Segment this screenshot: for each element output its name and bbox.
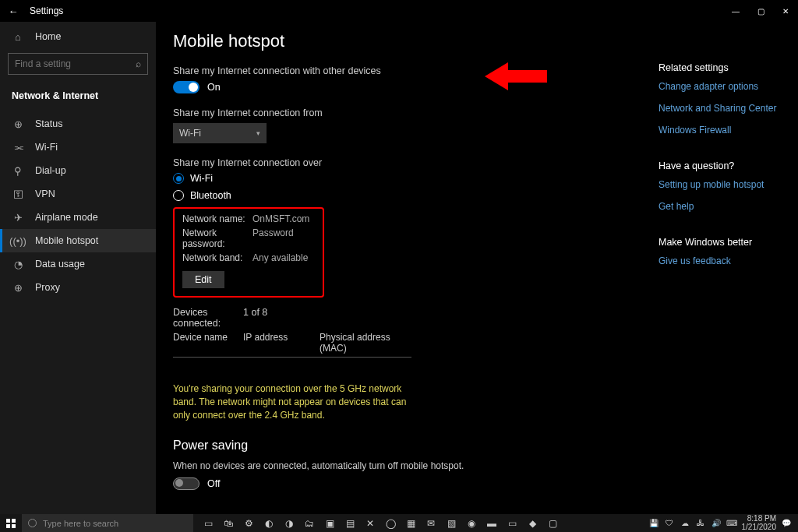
proxy-icon: ⊕ (12, 282, 24, 294)
minimize-button[interactable]: — (723, 0, 748, 22)
col-device: Device name (173, 332, 243, 354)
col-ip: IP address (243, 332, 320, 354)
sidebar-item-wifi[interactable]: ⫘ Wi-Fi (0, 136, 156, 159)
sidebar-home[interactable]: ⌂ Home (0, 25, 156, 48)
vpn-icon: ⚿ (12, 188, 24, 200)
sidebar: ⌂ Home ⌕ Network & Internet ⊕ Status ⫘ W… (0, 22, 156, 514)
wifi-icon: ⫘ (12, 142, 24, 153)
taskbar: Type here to search ▭ 🛍 ⚙ ◐ ◑ 🗂 ▣ ▤ ✕ ◯ … (0, 514, 798, 532)
better-head: Make Windows better (659, 237, 779, 248)
col-mac: Physical address (MAC) (320, 332, 411, 354)
power-saving-state: Off (207, 478, 220, 489)
right-panel: Related settings Change adapter options … (659, 62, 779, 277)
datausage-icon: ◔ (12, 259, 24, 270)
devices-connected-label: Devices connected: (173, 307, 243, 329)
network-band-value: Any available (252, 252, 308, 263)
share-toggle[interactable] (173, 81, 200, 93)
tray-volume-icon[interactable]: 🔊 (711, 519, 722, 527)
app1-icon[interactable]: ▬ (482, 514, 502, 532)
explorer-icon[interactable]: 🗂 (299, 514, 320, 532)
app2-icon[interactable]: ▭ (502, 514, 522, 532)
cmd-icon[interactable]: ▣ (320, 514, 340, 532)
radio-wifi-input[interactable] (173, 173, 184, 184)
status-icon: ⊕ (12, 118, 24, 130)
edit-button[interactable]: Edit (182, 271, 224, 288)
settings-icon[interactable]: ⚙ (238, 514, 259, 532)
devices-table-header: Device name IP address Physical address … (173, 332, 411, 358)
hotspot-icon: ((•)) (12, 235, 24, 247)
svg-marker-0 (485, 62, 547, 90)
link-gethelp[interactable]: Get help (659, 201, 779, 212)
band-warning: You're sharing your connection over the … (173, 382, 416, 421)
store-icon[interactable]: 🛍 (218, 514, 238, 532)
link-sharing[interactable]: Network and Sharing Center (659, 103, 779, 114)
sidebar-item-proxy[interactable]: ⊕ Proxy (0, 276, 156, 299)
svg-rect-2 (12, 519, 16, 523)
window-title: Settings (30, 5, 63, 16)
radio-bt-input[interactable] (173, 190, 184, 201)
dialup-icon: ⚲ (12, 165, 24, 177)
edge-icon[interactable]: ◐ (259, 514, 279, 532)
network-band-label: Network band: (182, 252, 252, 263)
callout-arrow-icon (485, 61, 547, 92)
maximize-button[interactable]: ▢ (748, 0, 773, 22)
sidebar-item-vpn[interactable]: ⚿ VPN (0, 182, 156, 206)
tray-drive-icon[interactable]: 💾 (648, 519, 659, 527)
link-firewall[interactable]: Windows Firewall (659, 125, 779, 136)
android-icon[interactable]: ◉ (461, 514, 482, 532)
network-password-label: Network password: (182, 227, 252, 249)
windows-icon (6, 519, 16, 528)
tray-network-icon[interactable]: 🖧 (695, 519, 706, 527)
search-icon: ⌕ (136, 58, 141, 69)
tray-lang-icon[interactable]: ⌨ (726, 519, 737, 527)
tray-onedrive-icon[interactable]: ☁ (680, 519, 690, 527)
app3-icon[interactable]: ◆ (522, 514, 542, 532)
taskview-icon[interactable]: ▭ (198, 514, 218, 532)
power-saving-desc: When no devices are connected, automatic… (173, 460, 781, 471)
taskbar-search[interactable]: Type here to search (22, 514, 193, 532)
xbox-icon[interactable]: ✕ (360, 514, 380, 532)
cortana-icon[interactable]: ◯ (380, 514, 401, 532)
svg-rect-3 (6, 524, 10, 528)
related-settings-head: Related settings (659, 62, 779, 73)
app4-icon[interactable]: ▢ (542, 514, 563, 532)
sidebar-category: Network & Internet (0, 84, 156, 107)
share-toggle-state: On (207, 82, 221, 93)
start-button[interactable] (0, 514, 22, 532)
sidebar-item-airplane[interactable]: ✈ Airplane mode (0, 206, 156, 229)
calc-icon[interactable]: ▦ (401, 514, 421, 532)
action-center-icon[interactable]: 💬 (781, 519, 792, 527)
devices-connected-value: 1 of 8 (243, 307, 267, 329)
mail-icon[interactable]: ✉ (421, 514, 441, 532)
sidebar-search[interactable]: ⌕ (8, 53, 148, 75)
chevron-down-icon: ▾ (256, 129, 260, 137)
sidebar-item-dialup[interactable]: ⚲ Dial-up (0, 159, 156, 182)
network-password-value: Password (252, 227, 294, 249)
sidebar-home-label: Home (35, 31, 61, 42)
main-content: Mobile hotspot Share my Internet connect… (156, 22, 798, 514)
share-from-select[interactable]: Wi-Fi ▾ (173, 123, 267, 143)
home-icon: ⌂ (12, 31, 24, 43)
svg-rect-1 (6, 519, 10, 523)
page-title: Mobile hotspot (173, 31, 781, 51)
question-head: Have a question? (659, 160, 779, 171)
taskmgr-icon[interactable]: ▧ (441, 514, 461, 532)
power-saving-toggle[interactable] (173, 477, 200, 490)
link-setup-hotspot[interactable]: Setting up mobile hotspot (659, 179, 779, 190)
sidebar-item-datausage[interactable]: ◔ Data usage (0, 252, 156, 276)
link-adapter[interactable]: Change adapter options (659, 81, 779, 92)
back-button[interactable]: ← (6, 5, 20, 17)
network-name-value: OnMSFT.com (252, 213, 309, 224)
close-button[interactable]: ✕ (773, 0, 798, 22)
power-saving-title: Power saving (173, 439, 781, 453)
taskbar-clock[interactable]: 8:18 PM 1/21/2020 (742, 515, 777, 531)
terminal-icon[interactable]: ▤ (340, 514, 360, 532)
sidebar-search-input[interactable] (15, 58, 136, 69)
search-icon (28, 519, 37, 527)
link-feedback[interactable]: Give us feedback (659, 255, 779, 266)
tray-shield-icon[interactable]: 🛡 (664, 519, 675, 527)
sidebar-item-hotspot[interactable]: ((•)) Mobile hotspot (0, 229, 156, 252)
svg-rect-4 (12, 524, 16, 528)
edge-dev-icon[interactable]: ◑ (279, 514, 299, 532)
sidebar-item-status[interactable]: ⊕ Status (0, 112, 156, 136)
